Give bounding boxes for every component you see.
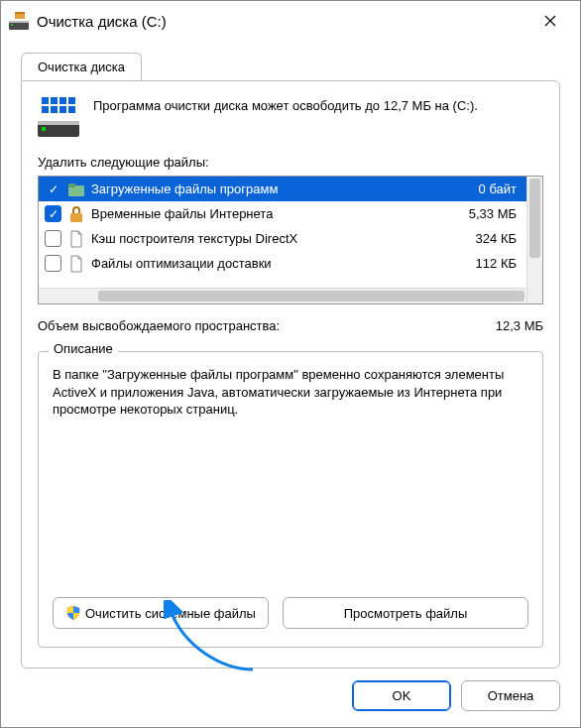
cancel-button[interactable]: Отмена	[461, 680, 560, 711]
shield-icon	[65, 605, 81, 621]
clean-system-files-label: Очистить системные файлы	[85, 606, 256, 621]
svg-rect-7	[42, 127, 46, 131]
intro-row: Программа очистки диска может освободить…	[38, 97, 543, 137]
titlebar: Очистка диска (C:)	[1, 1, 580, 41]
tabpanel: Программа очистки диска может освободить…	[21, 80, 560, 668]
svg-rect-2	[11, 24, 13, 26]
folder-icon	[67, 181, 85, 198]
svg-rect-6	[38, 121, 79, 125]
disk-cleanup-icon	[9, 12, 29, 30]
disk-cleanup-window: Очистка диска (C:) Очистка диска	[0, 0, 581, 728]
file-name: Временные файлы Интернета	[91, 206, 435, 221]
description-group: Описание В папке "Загруженные файлы прог…	[38, 351, 543, 648]
file-size: 5,33 МБ	[441, 206, 521, 221]
file-row[interactable]: Кэш построителя текстуры DirectX324 КБ	[39, 226, 526, 251]
horizontal-scrollbar[interactable]	[39, 288, 526, 303]
file-icon	[67, 230, 85, 248]
description-legend: Описание	[49, 341, 118, 356]
lock-icon	[67, 205, 85, 223]
files-label: Удалить следующие файлы:	[38, 155, 543, 170]
file-size: 324 КБ	[441, 231, 521, 246]
file-checkbox[interactable]	[45, 181, 61, 197]
file-checkbox[interactable]	[45, 255, 61, 272]
view-files-label: Просмотреть файлы	[344, 606, 468, 621]
file-name: Загруженные файлы программ	[91, 182, 435, 196]
ok-button[interactable]: OK	[352, 680, 451, 711]
tabstrip: Очистка диска	[21, 53, 560, 80]
file-row[interactable]: Файлы оптимизации доставки112 КБ	[39, 251, 526, 276]
file-size: 0 байт	[441, 182, 521, 196]
view-files-button[interactable]: Просмотреть файлы	[283, 597, 528, 629]
file-checkbox[interactable]	[45, 230, 61, 247]
freeable-space-row: Объем высвобождаемого пространства: 12,3…	[38, 318, 543, 333]
vertical-scrollbar[interactable]	[526, 177, 542, 303]
description-text: В папке "Загруженные файлы программ" вре…	[53, 366, 528, 585]
svg-rect-4	[15, 12, 25, 14]
window-title: Очистка диска (C:)	[37, 13, 528, 30]
svg-rect-14	[58, 97, 59, 113]
freeable-space-label: Объем высвобождаемого пространства:	[38, 318, 496, 333]
file-name: Кэш построителя текстуры DirectX	[91, 231, 435, 246]
clean-system-files-button[interactable]: Очистить системные файлы	[53, 597, 269, 629]
svg-rect-15	[66, 97, 68, 113]
file-name: Файлы оптимизации доставки	[91, 256, 435, 271]
files-listbox: Загруженные файлы программ0 байтВременны…	[38, 176, 543, 304]
svg-rect-1	[9, 21, 29, 23]
file-icon	[67, 255, 85, 273]
file-checkbox[interactable]	[45, 205, 61, 222]
tab-cleanup[interactable]: Очистка диска	[21, 53, 142, 80]
file-size: 112 КБ	[441, 256, 521, 271]
drive-icon	[38, 97, 79, 137]
svg-rect-18	[70, 213, 82, 222]
file-row[interactable]: Временные файлы Интернета5,33 МБ	[39, 201, 526, 226]
intro-text: Программа очистки диска может освободить…	[93, 97, 543, 115]
svg-rect-17	[68, 183, 75, 187]
file-row[interactable]: Загруженные файлы программ0 байт	[39, 177, 526, 201]
dialog-footer: OK Отмена	[1, 668, 580, 727]
freeable-space-value: 12,3 МБ	[496, 318, 543, 333]
close-button[interactable]	[528, 6, 572, 36]
